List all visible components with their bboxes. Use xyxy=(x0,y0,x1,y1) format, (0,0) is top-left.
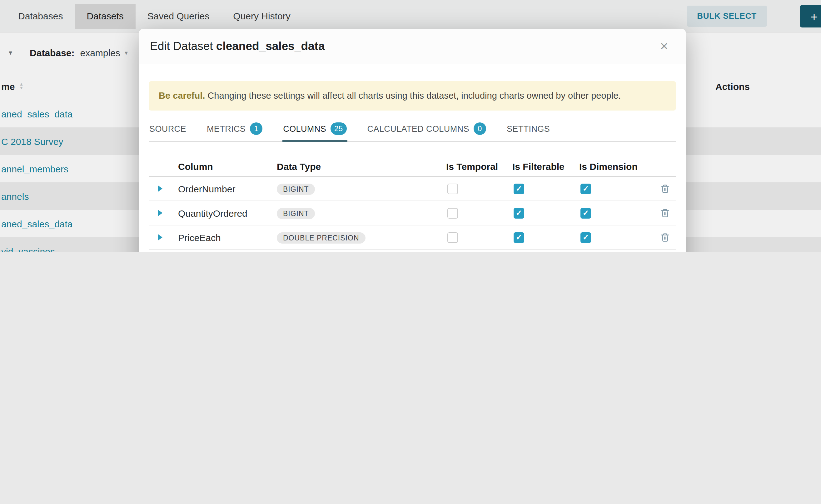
warning-bold-text: Be careful. xyxy=(159,91,205,101)
tab-label: COLUMNS xyxy=(283,124,326,133)
data-type-pill: BIGINT xyxy=(277,183,315,195)
delete-column-icon[interactable] xyxy=(660,232,670,242)
tab-count-badge: 1 xyxy=(250,122,262,135)
is-filterable-checkbox[interactable] xyxy=(514,208,524,218)
is-dimension-checkbox[interactable] xyxy=(581,183,591,194)
modal-title: Edit Dataset cleaned_sales_data xyxy=(150,39,324,53)
data-type-pill: DOUBLE PRECISION xyxy=(277,232,365,243)
delete-column-icon[interactable] xyxy=(660,208,670,218)
data-type-pill: BIGINT xyxy=(277,208,315,219)
is-filterable-checkbox[interactable] xyxy=(514,183,524,194)
modal-header: Edit Dataset cleaned_sales_data ✕ xyxy=(139,29,686,64)
expand-caret-icon[interactable] xyxy=(158,185,162,192)
tab-calculated-columns[interactable]: CALCULATED COLUMNS 0 xyxy=(367,117,487,141)
column-row: OrderLineNumber BIGINT xyxy=(149,250,676,252)
expand-caret-icon[interactable] xyxy=(158,210,162,216)
tab-label: SETTINGS xyxy=(507,124,550,133)
modal-body: Be careful. Changing these settings will… xyxy=(139,64,686,252)
tab-settings[interactable]: SETTINGS xyxy=(506,117,551,141)
expand-caret-icon[interactable] xyxy=(158,234,162,240)
delete-column-icon[interactable] xyxy=(660,184,670,194)
tab-count-badge: 25 xyxy=(330,122,347,135)
tab-columns[interactable]: COLUMNS 25 xyxy=(282,117,347,141)
modal-tabs: SOURCE METRICS 1 COLUMNS 25 CALCULATED C… xyxy=(149,117,676,142)
tab-label: CALCULATED COLUMNS xyxy=(367,124,469,133)
warning-banner: Be careful. Changing these settings will… xyxy=(149,81,676,111)
tab-label: SOURCE xyxy=(149,124,186,133)
columns-table-header: Column Data Type Is Temporal Is Filterab… xyxy=(149,157,676,177)
is-dimension-checkbox[interactable] xyxy=(581,208,591,218)
warning-text: Changing these settings will affect all … xyxy=(205,91,621,101)
column-name: PriceEach xyxy=(171,232,277,243)
tab-source[interactable]: SOURCE xyxy=(149,117,187,141)
column-header: Data Type xyxy=(277,161,446,172)
columns-table: Column Data Type Is Temporal Is Filterab… xyxy=(149,157,676,252)
column-header: Column xyxy=(171,161,277,172)
column-header: Is Temporal xyxy=(446,161,512,172)
is-temporal-checkbox[interactable] xyxy=(448,208,458,218)
is-dimension-checkbox[interactable] xyxy=(581,232,591,243)
modal-title-dataset-name: cleaned_sales_data xyxy=(216,39,325,52)
modal-title-prefix: Edit Dataset xyxy=(150,39,213,52)
edit-dataset-modal: Edit Dataset cleaned_sales_data ✕ Be car… xyxy=(139,29,686,252)
column-name: OrderNumber xyxy=(171,183,277,194)
is-temporal-checkbox[interactable] xyxy=(448,183,458,194)
tab-label: METRICS xyxy=(207,124,245,133)
is-filterable-checkbox[interactable] xyxy=(514,232,524,243)
close-icon[interactable]: ✕ xyxy=(657,37,671,55)
tab-metrics[interactable]: METRICS 1 xyxy=(206,117,263,141)
column-header: Is Filterable xyxy=(512,161,579,172)
column-header: Is Dimension xyxy=(579,161,654,172)
column-row: OrderNumber BIGINT xyxy=(149,177,676,201)
column-row: QuantityOrdered BIGINT xyxy=(149,201,676,225)
tab-count-badge: 0 xyxy=(474,122,486,135)
is-temporal-checkbox[interactable] xyxy=(448,232,458,243)
screen: Databases Datasets Saved Queries Query H… xyxy=(0,0,821,252)
column-name: QuantityOrdered xyxy=(171,208,277,218)
column-row: PriceEach DOUBLE PRECISION xyxy=(149,225,676,250)
